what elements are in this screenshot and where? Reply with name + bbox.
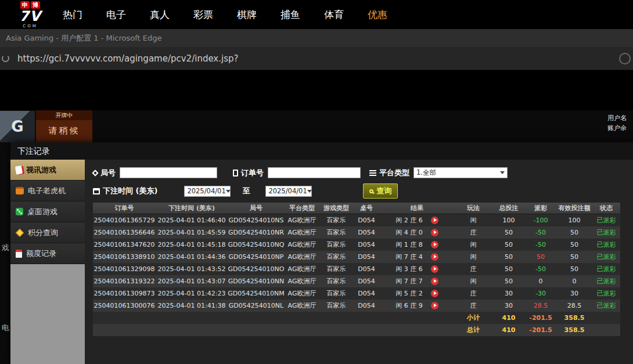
sidebar-item-slot-machines[interactable]: 电子老虎机 — [10, 181, 85, 201]
username-label: 用户名 — [607, 113, 627, 123]
replay-icon[interactable] — [431, 253, 438, 261]
nav-item-lottery[interactable]: 彩票 — [193, 8, 213, 21]
table-body: 2504010613657292025-04-01 01:46:40GD0542… — [93, 214, 620, 336]
cell-round: GD054254010NR — [228, 226, 285, 239]
cell-round: GD054254010NQ — [228, 239, 285, 251]
cell-valid: 50 — [556, 263, 592, 275]
cell-play: 闲 — [454, 275, 492, 287]
order-input[interactable] — [268, 167, 361, 178]
please-wait-text: 请稍候 — [36, 120, 92, 142]
sidebar-item-label: 额度记录 — [26, 248, 56, 259]
cards-icon — [15, 165, 23, 175]
replay-icon[interactable] — [431, 241, 438, 248]
platform-select[interactable]: 1.全部 — [413, 167, 508, 178]
cell-game: 百家乐 — [319, 263, 353, 275]
round-label-text: 局号 — [100, 168, 116, 178]
cell-platform: AG欧洲厅 — [285, 263, 319, 275]
cell-platform: AG欧洲厅 — [285, 226, 319, 239]
replay-icon[interactable] — [431, 290, 438, 297]
platform-type-label: 平台类型 — [369, 168, 409, 178]
cell-time: 2025-04-01 01:44:36 — [156, 251, 228, 263]
cell-order: 250401061309873 — [93, 287, 156, 300]
summary-bet: 410 — [492, 324, 525, 336]
date-from-value: 2025/04/01 — [187, 187, 225, 195]
cell-table: D054 — [353, 275, 380, 287]
sidebar-empty-area — [10, 264, 85, 364]
cell-play: 庄 — [454, 226, 492, 239]
result-text: 闲 3 庄 6 — [395, 263, 423, 275]
cell-game: 百家乐 — [319, 226, 353, 239]
sidebar-item-label: 视讯游戏 — [26, 165, 56, 175]
date-from-select[interactable]: 2025/04/01 — [184, 186, 231, 197]
result-text: 闲 5 庄 2 — [395, 287, 423, 300]
dice-icon — [16, 208, 23, 215]
nav-item-live[interactable]: 真人 — [150, 8, 170, 21]
site-logo[interactable]: 申 博 7V COM — [12, 1, 49, 28]
cell-valid: 28.5 — [556, 300, 592, 312]
cell-game: 百家乐 — [319, 287, 353, 300]
cell-game: 百家乐 — [319, 239, 353, 251]
search-button[interactable]: 查询 — [363, 183, 398, 199]
order-label-text: 订单号 — [241, 168, 264, 178]
cell-valid: 50 — [556, 239, 592, 251]
col-header-order: 订单号 — [93, 203, 156, 214]
cell-play: 庄 — [454, 287, 492, 300]
table-row: 2504010613098732025-04-01 01:42:23GD0542… — [93, 287, 620, 300]
cell-order: 250401061347620 — [93, 239, 156, 251]
sidebar-item-table-games[interactable]: 桌面游戏 — [10, 201, 85, 222]
col-header-payout: 派彩 — [525, 203, 556, 214]
summary-label: 小计 — [454, 312, 492, 324]
background-left-char: 电 — [2, 323, 9, 333]
nav-item-sports[interactable]: 体育 — [324, 8, 344, 21]
logo-badge: 申 — [20, 1, 30, 9]
cell-table: D054 — [353, 239, 380, 251]
replay-icon[interactable] — [431, 217, 438, 224]
search-button-label: 查询 — [376, 186, 391, 196]
cell-status: 已派彩 — [592, 226, 620, 239]
table-row: 2504010613290982025-04-01 01:43:52GD0542… — [93, 263, 620, 275]
table-row: 2504010613193222025-04-01 01:43:07GD0542… — [93, 275, 620, 287]
sidebar-item-points-query[interactable]: 积分查询 — [10, 222, 85, 243]
cell-payout: -50 — [525, 263, 556, 275]
cell-payout: 0 — [525, 275, 556, 287]
nav-item-slots[interactable]: 电子 — [106, 8, 126, 21]
result-text: 闲 7 庄 7 — [395, 275, 423, 287]
summary-valid: 358.5 — [556, 312, 592, 324]
cell-platform: AG欧洲厅 — [285, 275, 319, 287]
replay-icon[interactable] — [431, 302, 438, 309]
cell-payout: -30 — [525, 287, 556, 300]
cell-result: 闲 2 庄 6 — [380, 214, 454, 226]
reload-icon[interactable] — [2, 55, 9, 62]
cell-game: 百家乐 — [319, 251, 353, 263]
nav-item-cards[interactable]: 棋牌 — [237, 8, 257, 21]
cell-payout: -100 — [525, 214, 556, 226]
nav-item-promotions[interactable]: 优惠 — [368, 8, 387, 21]
bet-time-label: 下注时间 (美东) — [93, 186, 157, 196]
browser-profile-icon[interactable] — [619, 53, 631, 64]
dealing-status-box: 开牌中 请稍候 — [36, 110, 92, 142]
logo-sub-text: COM — [23, 24, 37, 28]
table-row: 2504010613476202025-04-01 01:45:18GD0542… — [93, 239, 620, 251]
replay-icon[interactable] — [431, 277, 438, 285]
nav-item-fishing[interactable]: 捕鱼 — [280, 8, 300, 21]
sidebar-item-label: 电子老虎机 — [28, 186, 66, 196]
date-to-select[interactable]: 2025/04/01 — [265, 186, 312, 197]
table-row: 2504010613389102025-04-01 01:44:36GD0542… — [93, 251, 620, 263]
cell-game: 百家乐 — [319, 300, 353, 312]
slot-icon — [16, 187, 24, 194]
nav-item-hot[interactable]: 热门 — [63, 8, 82, 21]
replay-icon[interactable] — [431, 229, 438, 236]
calendar-icon — [93, 188, 100, 194]
url-text[interactable]: https://gci.7vvvvvv.com/agingame/pcv2/in… — [17, 53, 619, 64]
round-input[interactable] — [120, 167, 217, 178]
cell-table: D054 — [353, 251, 380, 263]
list-icon — [369, 170, 376, 176]
summary-row: 小计410-201.5358.5 — [93, 312, 620, 324]
replay-icon[interactable] — [431, 265, 438, 273]
cell-time: 2025-04-01 01:42:23 — [156, 287, 228, 300]
chevron-down-icon — [226, 190, 231, 193]
sidebar-item-credit-records[interactable]: 额度记录 — [10, 243, 85, 264]
summary-spacer — [93, 312, 454, 324]
sidebar-item-video-games[interactable]: 视讯游戏 — [10, 160, 85, 181]
cell-result: 闲 7 庄 4 — [380, 251, 454, 263]
